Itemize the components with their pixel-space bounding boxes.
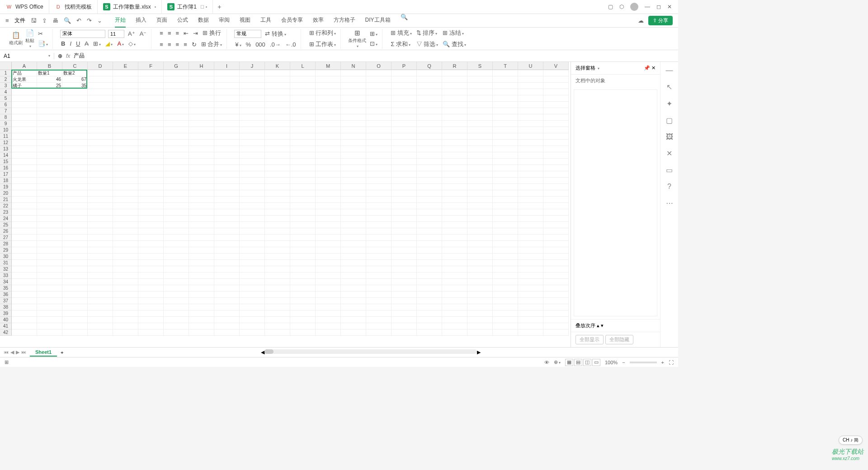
cell[interactable] bbox=[240, 203, 265, 209]
cell[interactable] bbox=[37, 184, 62, 190]
cell[interactable] bbox=[442, 254, 467, 260]
cell[interactable] bbox=[493, 171, 518, 178]
freeze-button[interactable]: ⊞ 冻结▾ bbox=[442, 28, 467, 38]
cell[interactable] bbox=[88, 329, 113, 336]
export-icon[interactable]: ⇪ bbox=[42, 17, 47, 24]
cell[interactable] bbox=[62, 178, 88, 184]
cell[interactable] bbox=[62, 171, 88, 178]
cell[interactable] bbox=[442, 83, 467, 89]
cell[interactable] bbox=[493, 159, 518, 165]
cell[interactable] bbox=[442, 323, 467, 329]
cell[interactable] bbox=[164, 304, 189, 310]
cell[interactable] bbox=[543, 114, 569, 121]
cell[interactable] bbox=[164, 209, 189, 216]
cell[interactable] bbox=[392, 304, 417, 310]
align-bottom-icon[interactable]: ≡ bbox=[175, 29, 180, 38]
cell[interactable] bbox=[88, 127, 113, 133]
cell[interactable] bbox=[240, 228, 265, 235]
cell[interactable] bbox=[341, 273, 366, 279]
cell[interactable] bbox=[467, 323, 493, 329]
horizontal-scrollbar[interactable]: ◀ ▶ bbox=[67, 349, 675, 355]
cell[interactable] bbox=[214, 140, 240, 146]
cell[interactable] bbox=[113, 159, 138, 165]
row-header[interactable]: 5 bbox=[0, 95, 12, 102]
cell[interactable] bbox=[392, 146, 417, 152]
cell[interactable] bbox=[88, 241, 113, 247]
cell[interactable] bbox=[113, 127, 138, 133]
cell[interactable] bbox=[37, 304, 62, 310]
cell[interactable] bbox=[290, 209, 316, 216]
cell[interactable] bbox=[493, 209, 518, 216]
cell[interactable] bbox=[290, 102, 316, 108]
cell[interactable] bbox=[164, 285, 189, 291]
cell[interactable] bbox=[113, 317, 138, 323]
cell[interactable] bbox=[189, 159, 214, 165]
cell[interactable] bbox=[37, 203, 62, 209]
cell[interactable] bbox=[138, 228, 164, 235]
cell[interactable] bbox=[265, 197, 290, 203]
cell[interactable] bbox=[62, 291, 88, 298]
column-header[interactable]: A bbox=[12, 62, 37, 70]
expand-icon[interactable]: ⊕ bbox=[58, 53, 62, 59]
cell[interactable] bbox=[417, 83, 442, 89]
cell[interactable] bbox=[467, 197, 493, 203]
cell[interactable] bbox=[12, 285, 37, 291]
close-icon[interactable]: • bbox=[155, 5, 156, 9]
cell[interactable] bbox=[392, 197, 417, 203]
cell[interactable] bbox=[493, 146, 518, 152]
cell[interactable] bbox=[164, 190, 189, 197]
zoom-value[interactable]: 100% bbox=[605, 360, 618, 365]
cell[interactable] bbox=[518, 260, 543, 266]
cell[interactable] bbox=[341, 222, 366, 228]
new-tab-button[interactable]: + bbox=[213, 0, 226, 14]
cell[interactable] bbox=[12, 159, 37, 165]
cell[interactable] bbox=[138, 298, 164, 304]
cell[interactable] bbox=[37, 298, 62, 304]
cell[interactable] bbox=[37, 190, 62, 197]
cell[interactable] bbox=[290, 114, 316, 121]
cell[interactable] bbox=[240, 279, 265, 285]
cell[interactable] bbox=[12, 298, 37, 304]
cell[interactable] bbox=[366, 298, 392, 304]
cell[interactable] bbox=[341, 76, 366, 83]
cell[interactable] bbox=[214, 222, 240, 228]
cell[interactable] bbox=[392, 83, 417, 89]
cell[interactable] bbox=[12, 127, 37, 133]
cell[interactable] bbox=[88, 298, 113, 304]
cell[interactable] bbox=[88, 165, 113, 171]
column-header[interactable]: O bbox=[366, 62, 392, 70]
cell[interactable] bbox=[88, 146, 113, 152]
cell[interactable] bbox=[467, 228, 493, 235]
cell[interactable] bbox=[138, 323, 164, 329]
cell[interactable] bbox=[189, 83, 214, 89]
menu-tab-view[interactable]: 视图 bbox=[240, 14, 250, 28]
fullscreen-icon[interactable]: ⛶ bbox=[669, 360, 674, 365]
cell[interactable] bbox=[37, 317, 62, 323]
cell[interactable] bbox=[518, 216, 543, 222]
cell[interactable] bbox=[37, 165, 62, 171]
cell[interactable]: 数量1 bbox=[37, 70, 62, 76]
cell[interactable] bbox=[138, 95, 164, 102]
cell[interactable] bbox=[417, 285, 442, 291]
cell[interactable] bbox=[138, 222, 164, 228]
cell[interactable] bbox=[316, 89, 341, 95]
cell[interactable] bbox=[417, 235, 442, 241]
cell[interactable] bbox=[467, 108, 493, 114]
cell[interactable] bbox=[316, 178, 341, 184]
cell[interactable] bbox=[138, 241, 164, 247]
cell[interactable] bbox=[214, 285, 240, 291]
cell[interactable] bbox=[442, 152, 467, 159]
cell[interactable] bbox=[316, 83, 341, 89]
cell[interactable] bbox=[290, 89, 316, 95]
column-header[interactable]: V bbox=[543, 62, 569, 70]
cell[interactable] bbox=[138, 285, 164, 291]
cell[interactable] bbox=[290, 329, 316, 336]
cell[interactable] bbox=[214, 133, 240, 140]
cell[interactable] bbox=[37, 95, 62, 102]
row-header[interactable]: 28 bbox=[0, 241, 12, 247]
cell[interactable] bbox=[442, 95, 467, 102]
cell[interactable] bbox=[12, 209, 37, 216]
cell[interactable] bbox=[240, 184, 265, 190]
cell[interactable] bbox=[392, 279, 417, 285]
cell[interactable] bbox=[442, 209, 467, 216]
